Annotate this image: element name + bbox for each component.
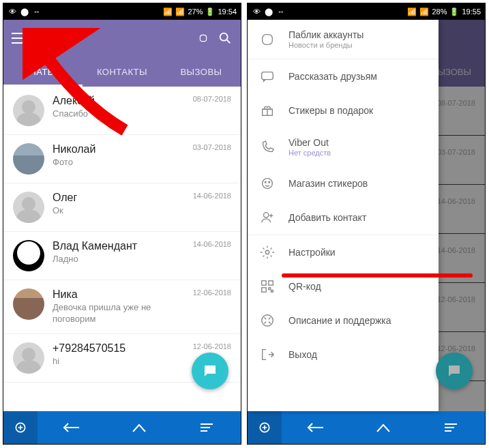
tab-calls[interactable]: ВЫЗОВЫ xyxy=(162,57,241,87)
drawer-item-subtitle: Нет средств xyxy=(288,149,426,157)
chat-name: +79284570515 xyxy=(53,342,185,355)
chat-date: 12-06-2018 xyxy=(193,342,231,350)
android-navbar xyxy=(3,411,241,444)
sticker-icon xyxy=(260,176,275,191)
eye-icon: 👁 xyxy=(8,7,17,16)
chat-name: Николай xyxy=(53,143,185,155)
drawer-item-label: Описание и поддержка xyxy=(288,315,426,326)
drawer-item-label: Стикеры в подарок xyxy=(288,105,426,116)
svg-point-12 xyxy=(265,181,266,183)
chat-row[interactable]: Алексей Спасибо 08-07-2018 xyxy=(3,87,241,135)
drawer-item-label: Выход xyxy=(288,349,426,360)
avatar[interactable] xyxy=(13,192,44,223)
phone-left: 👁 ⬤ ↔ 📶 📶 27% 🔋 19:54 Viber ЧАТЫ КОНТАКТ… xyxy=(3,3,241,445)
drawer-item-label: Рассказать друзьям xyxy=(288,71,426,82)
clock: 19:55 xyxy=(462,8,481,16)
avatar[interactable] xyxy=(13,342,44,374)
svg-rect-7 xyxy=(263,34,273,44)
addcontact-icon xyxy=(260,210,275,225)
avatar[interactable] xyxy=(13,95,44,126)
nav-back-icon[interactable] xyxy=(38,411,105,444)
svg-point-17 xyxy=(265,250,269,254)
chat-preview: Фото xyxy=(53,157,185,168)
chat-preview: hi xyxy=(53,356,185,368)
avatar[interactable] xyxy=(13,240,44,271)
wifi-icon: 📶 xyxy=(163,7,173,16)
chat-name: Ника xyxy=(53,288,185,301)
drawer-item-gear[interactable]: Настройки xyxy=(248,235,439,269)
phone-right: 👁 ⬤ ↔ 📶 📶 28% 🔋 19:55 ВЫЗОВЫ 08-07-20180… xyxy=(247,3,486,445)
nav-recent-icon[interactable] xyxy=(417,411,485,444)
app-icon: ⬤ xyxy=(264,7,273,16)
drawer-item-phone[interactable]: Viber OutНет средств xyxy=(248,128,439,166)
tab-contacts[interactable]: КОНТАКТЫ xyxy=(83,57,162,87)
search-icon[interactable] xyxy=(218,31,233,46)
hamburger-menu-icon[interactable] xyxy=(12,33,27,44)
chat-row[interactable]: Ника Девочка пришла уже не поговорим 12-… xyxy=(3,280,241,334)
viber-logo-icon[interactable] xyxy=(198,33,208,43)
annotation-underline xyxy=(282,273,473,278)
drawer-item-subtitle: Новости и бренды xyxy=(288,41,426,49)
svg-point-13 xyxy=(269,181,270,183)
drawer-item-exit[interactable]: Выход xyxy=(248,338,439,372)
tab-chats[interactable]: ЧАТЫ xyxy=(3,57,83,87)
qr-icon xyxy=(260,279,275,294)
chat-row[interactable]: Влад Камендант Ладно 14-06-2018 xyxy=(3,232,241,280)
svg-rect-19 xyxy=(269,281,273,285)
drawer-item-addcontact[interactable]: Добавить контакт xyxy=(248,200,439,235)
drawer-item-chat[interactable]: Рассказать друзьям xyxy=(248,59,439,93)
chat-preview: Спасибо xyxy=(53,108,185,120)
chat-icon xyxy=(260,69,275,84)
gear-icon xyxy=(260,245,275,260)
drawer-item-label: Магазин стикеров xyxy=(288,178,426,189)
new-chat-fab[interactable] xyxy=(436,353,473,389)
signal-icon: 📶 xyxy=(419,7,429,16)
drawer-item-sticker[interactable]: Магазин стикеров xyxy=(248,166,439,200)
chat-date: 14-06-2018 xyxy=(193,192,231,200)
svg-rect-21 xyxy=(269,288,271,290)
battery-percent: 27% xyxy=(188,8,203,16)
battery-percent: 28% xyxy=(432,8,447,16)
svg-point-23 xyxy=(262,315,273,327)
signal-icon: 📶 xyxy=(175,7,185,16)
drawer-item-gift[interactable]: Стикеры в подарок xyxy=(248,93,439,128)
chat-name: Влад Камендант xyxy=(53,240,185,252)
chat-date: 08-07-2018 xyxy=(193,95,231,103)
nav-app-icon[interactable] xyxy=(248,411,282,444)
new-chat-fab[interactable] xyxy=(192,353,228,389)
chat-row[interactable]: Олег Ок 14-06-2018 xyxy=(3,183,241,232)
svg-rect-20 xyxy=(262,288,266,292)
battery-icon: 🔋 xyxy=(205,7,215,16)
chat-row[interactable]: Николай Фото 03-07-2018 xyxy=(3,135,241,183)
viber-icon xyxy=(260,32,275,47)
chat-preview: Ок xyxy=(53,205,185,217)
nav-recent-icon[interactable] xyxy=(173,411,241,444)
chat-bubble-icon xyxy=(446,363,462,379)
nav-home-icon[interactable] xyxy=(105,411,173,444)
drawer-item-support[interactable]: Описание и поддержка xyxy=(248,303,439,338)
teamviewer-icon: ↔ xyxy=(276,7,286,16)
svg-line-2 xyxy=(227,40,231,44)
svg-point-1 xyxy=(220,33,228,41)
svg-rect-18 xyxy=(262,281,266,285)
gift-icon xyxy=(260,103,275,118)
svg-point-11 xyxy=(263,179,273,189)
clock: 19:54 xyxy=(218,8,237,16)
nav-back-icon[interactable] xyxy=(282,411,349,444)
avatar[interactable] xyxy=(13,288,44,320)
chat-date: 14-06-2018 xyxy=(193,240,231,248)
teamviewer-icon: ↔ xyxy=(32,7,42,16)
drawer-item-label: Паблик аккаунты xyxy=(288,29,426,40)
navigation-drawer[interactable]: Паблик аккаунтыНовости и бренды Рассказа… xyxy=(248,20,439,411)
nav-app-icon[interactable] xyxy=(3,411,38,444)
chat-bubble-icon xyxy=(202,363,218,379)
drawer-item-viber[interactable]: Паблик аккаунтыНовости и бренды xyxy=(248,20,439,59)
nav-home-icon[interactable] xyxy=(349,411,417,444)
svg-rect-8 xyxy=(262,72,273,80)
statusbar: 👁 ⬤ ↔ 📶 📶 27% 🔋 19:54 xyxy=(3,3,241,20)
app-icon: ⬤ xyxy=(20,7,29,16)
avatar[interactable] xyxy=(13,143,44,175)
wifi-icon: 📶 xyxy=(407,7,417,16)
drawer-item-label: QR-код xyxy=(288,281,426,292)
svg-point-14 xyxy=(264,213,269,218)
